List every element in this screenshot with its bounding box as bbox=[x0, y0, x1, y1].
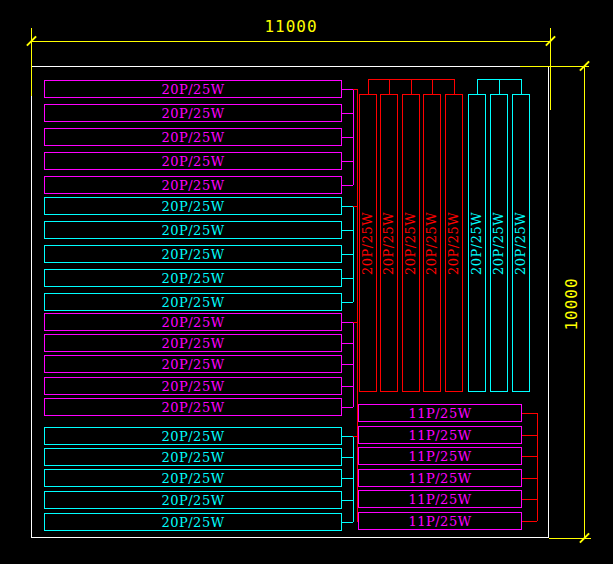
bar-label: 11P/25W bbox=[408, 472, 471, 485]
vertical-bar[interactable]: 20P/25W bbox=[402, 94, 420, 392]
connector-stub bbox=[342, 386, 353, 387]
left-bar[interactable]: 20P/25W bbox=[44, 152, 342, 170]
connector-stub bbox=[342, 522, 353, 523]
vertical-bar[interactable]: 20P/25W bbox=[423, 94, 441, 392]
left-bar[interactable]: 20P/25W bbox=[44, 313, 342, 331]
bar-label: 20P/25W bbox=[161, 155, 224, 168]
connector-stub bbox=[342, 206, 353, 207]
left-bar[interactable]: 20P/25W bbox=[44, 355, 342, 373]
bar-label: 20P/25W bbox=[493, 211, 506, 274]
bar-label: 20P/25W bbox=[362, 211, 375, 274]
vertical-bar[interactable]: 20P/25W bbox=[490, 94, 508, 392]
bar-label: 20P/25W bbox=[383, 211, 396, 274]
connector-stub bbox=[342, 302, 353, 303]
bar-label: 20P/25W bbox=[161, 248, 224, 261]
dimension-right-label: 10000 bbox=[562, 277, 581, 330]
left-bar[interactable]: 20P/25W bbox=[44, 448, 342, 466]
left-bar[interactable]: 20P/25W bbox=[44, 176, 342, 194]
bar-label: 20P/25W bbox=[161, 494, 224, 507]
connector-stub bbox=[342, 500, 353, 501]
left-bar[interactable]: 20P/25W bbox=[44, 469, 342, 487]
vertical-bar[interactable]: 20P/25W bbox=[512, 94, 530, 392]
bar-label: 20P/25W bbox=[448, 211, 461, 274]
left-bar[interactable]: 20P/25W bbox=[44, 104, 342, 122]
bar-label: 20P/25W bbox=[515, 211, 528, 274]
bar-label: 20P/25W bbox=[161, 401, 224, 414]
bottom-bar[interactable]: 11P/25W bbox=[358, 490, 522, 508]
connector-stub bbox=[342, 343, 353, 344]
bus-stub bbox=[411, 79, 412, 94]
connector-stub bbox=[342, 89, 353, 90]
left-bar[interactable]: 20P/25W bbox=[44, 80, 342, 98]
left-bar[interactable]: 20P/25W bbox=[44, 491, 342, 509]
connector-stub bbox=[342, 436, 353, 437]
bar-label: 11P/25W bbox=[408, 429, 471, 442]
bus-stub bbox=[521, 79, 522, 94]
left-bar[interactable]: 20P/25W bbox=[44, 398, 342, 416]
connector-stub bbox=[342, 457, 353, 458]
bar-label: 20P/25W bbox=[161, 83, 224, 96]
dimension-top-label: 11000 bbox=[231, 17, 351, 36]
bus-stub bbox=[499, 79, 500, 94]
left-bar[interactable]: 20P/25W bbox=[44, 334, 342, 352]
left-bar[interactable]: 20P/25W bbox=[44, 513, 342, 531]
vertical-bar[interactable]: 20P/25W bbox=[468, 94, 486, 392]
left-bar[interactable]: 20P/25W bbox=[44, 221, 342, 239]
connector-stub bbox=[342, 364, 353, 365]
bar-label: 20P/25W bbox=[161, 296, 224, 309]
left-bar[interactable]: 20P/25W bbox=[44, 377, 342, 395]
bus-stub bbox=[432, 79, 433, 94]
connector-stub bbox=[522, 413, 537, 414]
left-bar[interactable]: 20P/25W bbox=[44, 197, 342, 215]
bar-label: 20P/25W bbox=[161, 430, 224, 443]
left-bar[interactable]: 20P/25W bbox=[44, 128, 342, 146]
bar-label: 20P/25W bbox=[161, 337, 224, 350]
bar-label: 20P/25W bbox=[161, 272, 224, 285]
dimension-line-top bbox=[31, 41, 550, 42]
vertical-bar[interactable]: 20P/25W bbox=[359, 94, 377, 392]
bottom-bar[interactable]: 11P/25W bbox=[358, 512, 522, 530]
left-bar[interactable]: 20P/25W bbox=[44, 427, 342, 445]
group-ladder bbox=[353, 206, 354, 302]
bar-label: 20P/25W bbox=[161, 516, 224, 529]
bar-label: 20P/25W bbox=[161, 358, 224, 371]
cad-drawing-canvas[interactable]: 11000 10000 20P/25W20P/25W20P/25W20P/25W… bbox=[0, 0, 613, 564]
bar-label: 20P/25W bbox=[426, 211, 439, 274]
bus-stub bbox=[368, 79, 369, 94]
bar-label: 20P/25W bbox=[405, 211, 418, 274]
left-bar[interactable]: 20P/25W bbox=[44, 269, 342, 287]
bar-label: 11P/25W bbox=[408, 407, 471, 420]
bus-stub bbox=[389, 79, 390, 94]
bottom-bar[interactable]: 11P/25W bbox=[358, 426, 522, 444]
connector-stub bbox=[342, 137, 353, 138]
bottom-bar[interactable]: 11P/25W bbox=[358, 447, 522, 465]
bar-label: 20P/25W bbox=[161, 200, 224, 213]
extension-line-right-top bbox=[520, 66, 589, 67]
vertical-bar[interactable]: 20P/25W bbox=[445, 94, 463, 392]
group-ladder bbox=[353, 436, 354, 522]
bar-label: 20P/25W bbox=[471, 211, 484, 274]
bar-label: 20P/25W bbox=[161, 179, 224, 192]
connector-stub bbox=[522, 435, 537, 436]
bar-label: 11P/25W bbox=[408, 493, 471, 506]
connector-stub bbox=[522, 478, 537, 479]
vertical-bar[interactable]: 20P/25W bbox=[380, 94, 398, 392]
group-bus bbox=[537, 413, 538, 521]
bar-label: 20P/25W bbox=[161, 107, 224, 120]
bar-label: 20P/25W bbox=[161, 224, 224, 237]
connector-stub bbox=[342, 161, 353, 162]
left-bar[interactable]: 20P/25W bbox=[44, 293, 342, 311]
bottom-bar[interactable]: 11P/25W bbox=[358, 469, 522, 487]
connector-stub bbox=[342, 254, 353, 255]
group-ladder bbox=[353, 89, 354, 185]
connector-stub bbox=[342, 185, 353, 186]
connector-stub bbox=[342, 230, 353, 231]
connector-stub bbox=[522, 456, 537, 457]
bar-label: 11P/25W bbox=[408, 515, 471, 528]
connector-stub bbox=[342, 407, 353, 408]
left-bar[interactable]: 20P/25W bbox=[44, 245, 342, 263]
bar-label: 20P/25W bbox=[161, 380, 224, 393]
bar-label: 11P/25W bbox=[408, 450, 471, 463]
bottom-bar[interactable]: 11P/25W bbox=[358, 404, 522, 422]
bar-label: 20P/25W bbox=[161, 316, 224, 329]
